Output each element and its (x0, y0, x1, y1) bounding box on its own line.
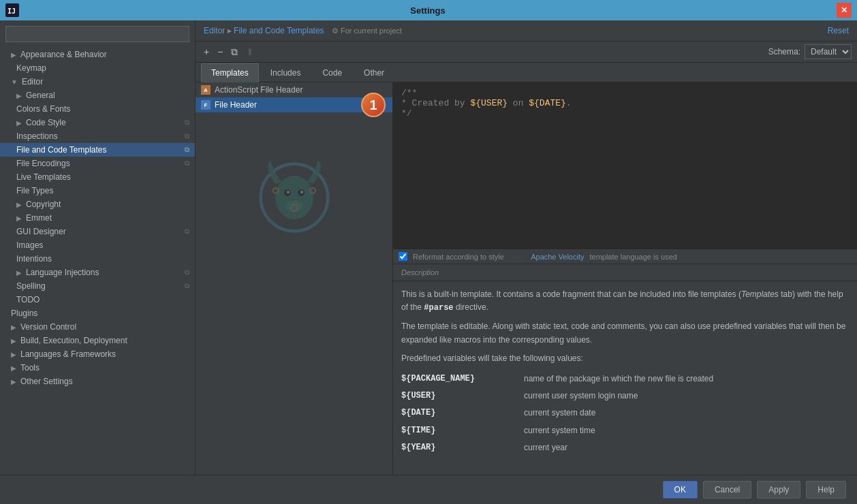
sidebar-item-inspections[interactable]: Inspections ⧉ (0, 129, 195, 143)
main-layout: ▶ Appearance & Behavior Keymap ▼ Editor … (0, 20, 857, 475)
apply-button[interactable]: Apply (757, 481, 800, 499)
sidebar-item-copyright[interactable]: ▶ Copyright (0, 198, 195, 211)
svg-point-9 (291, 204, 298, 211)
sidebar-item-label: Copyright (26, 200, 61, 209)
file-list-wrapper: A ActionScript File Header F File Header… (196, 82, 392, 112)
var-desc: current system date (524, 405, 849, 422)
svg-point-3 (275, 176, 313, 219)
template-lang-link[interactable]: Apache Velocity (531, 253, 584, 261)
content-area: Editor ▸ File and Code Templates ⚙ For c… (196, 20, 857, 475)
split-pane: A ActionScript File Header F File Header… (196, 82, 857, 475)
sidebar-item-label: General (26, 91, 55, 100)
close-button[interactable]: ✕ (837, 3, 852, 18)
sidebar-item-gui-designer[interactable]: GUI Designer ⧉ (0, 225, 195, 238)
table-row: ${DATE} current system date (401, 405, 849, 422)
breadcrumb-file-code-templates[interactable]: File and Code Templates (234, 26, 324, 35)
sidebar-item-language-injections[interactable]: ▶ Language Injections ⧉ (0, 266, 195, 279)
sidebar-item-label: Languages & Frameworks (20, 349, 116, 359)
copy-icon: ⧉ (185, 227, 189, 236)
content-header: Editor ▸ File and Code Templates ⚙ For c… (196, 20, 857, 42)
sidebar-item-label: Inspections (16, 131, 58, 141)
breadcrumb-editor[interactable]: Editor (204, 26, 225, 35)
step-badge: 1 (361, 93, 386, 117)
reformat-checkbox[interactable] (399, 252, 407, 261)
sidebar-item-appearance[interactable]: ▶ Appearance & Behavior (0, 48, 195, 61)
copy-icon: ⧉ (185, 159, 189, 168)
sidebar-item-file-encodings[interactable]: File Encodings ⧉ (0, 157, 195, 170)
svg-point-7 (300, 191, 303, 193)
sidebar-item-keymap[interactable]: Keymap (0, 61, 195, 75)
var-name: ${DATE} (401, 405, 524, 422)
sidebar-item-tools[interactable]: ▶ Tools (0, 361, 195, 375)
tab-templates[interactable]: Templates (201, 63, 259, 82)
file-item-label: File Header (215, 100, 257, 110)
reformat-bar: Reformat according to style ····· Apache… (393, 249, 857, 264)
sidebar-item-file-types[interactable]: File Types (0, 184, 195, 198)
remove-button[interactable]: − (215, 45, 225, 59)
sidebar-item-label: File Encodings (16, 159, 70, 168)
description-area: Description This is a built-in template.… (393, 264, 857, 475)
tab-other[interactable]: Other (354, 63, 394, 82)
code-line-3: */ (401, 108, 849, 119)
code-line-2: * Created by ${USER} on ${DATE}. (401, 98, 849, 108)
sidebar-item-live-templates[interactable]: Live Templates (0, 170, 195, 184)
window-title: Settings (19, 5, 837, 16)
sidebar-item-editor[interactable]: ▼ Editor (0, 75, 195, 89)
breadcrumb: Editor ▸ File and Code Templates ⚙ For c… (204, 26, 402, 35)
sidebar-item-label: Editor (22, 77, 43, 86)
ok-button[interactable]: OK (663, 481, 698, 499)
reset-button[interactable]: Reset (828, 26, 849, 35)
sidebar-item-intentions[interactable]: Intentions (0, 252, 195, 266)
move-button[interactable]: ⬆ (243, 45, 257, 59)
schema-select[interactable]: Default (805, 44, 852, 59)
svg-point-10 (273, 188, 279, 193)
svg-point-8 (286, 201, 302, 212)
watermark-logo (253, 153, 335, 235)
sidebar-item-emmet[interactable]: ▶ Emmet (0, 211, 195, 225)
tab-includes[interactable]: Includes (260, 63, 311, 82)
file-list-item-fileheader[interactable]: F File Header 1 (196, 97, 392, 112)
desc-para-3: Predefined variables will take the follo… (401, 352, 849, 365)
table-row: ${PACKAGE_NAME} name of the package in w… (401, 371, 849, 388)
copy-icon: ⧉ (185, 132, 189, 140)
sidebar-item-code-style[interactable]: ▶ Code Style ⧉ (0, 116, 195, 129)
var-desc: name of the package in which the new fil… (524, 371, 849, 388)
sidebar-item-spelling[interactable]: Spelling ⧉ (0, 279, 195, 293)
code-editor[interactable]: /** * Created by ${USER} on ${DATE}. */ (393, 82, 857, 249)
schema-label: Schema: (768, 47, 800, 57)
table-row: ${TIME} current system time (401, 422, 849, 439)
sidebar-item-build-execution[interactable]: ▶ Build, Execution, Deployment (0, 334, 195, 347)
add-button[interactable]: + (201, 45, 212, 59)
svg-point-12 (262, 165, 327, 230)
sidebar-item-languages-frameworks[interactable]: ▶ Languages & Frameworks (0, 347, 195, 361)
sidebar-item-file-code-templates[interactable]: File and Code Templates ⧉ (0, 143, 195, 157)
description-header: Description (393, 264, 857, 281)
sidebar-item-todo[interactable]: TODO (0, 293, 195, 306)
var-desc: current user system login name (524, 388, 849, 405)
tab-code[interactable]: Code (312, 63, 352, 82)
bottom-buttons: OK Cancel Apply Help (0, 475, 857, 504)
copy-button[interactable]: ⧉ (228, 45, 240, 59)
sidebar-item-colors-fonts[interactable]: Colors & Fonts (0, 102, 195, 116)
var-desc: current system time (524, 422, 849, 439)
search-input[interactable] (5, 26, 189, 42)
copy-icon: ⧉ (185, 282, 189, 290)
sidebar-item-version-control[interactable]: ▶ Version Control (0, 320, 195, 334)
svg-point-4 (284, 189, 291, 196)
cancel-button[interactable]: Cancel (703, 481, 751, 499)
sidebar-item-other-settings[interactable]: ▶ Other Settings (0, 375, 195, 388)
help-button[interactable]: Help (806, 481, 846, 499)
sidebar-item-general[interactable]: ▶ General (0, 89, 195, 102)
sidebar-item-plugins[interactable]: Plugins (0, 306, 195, 320)
table-row: ${USER} current user system login name (401, 388, 849, 405)
sidebar-item-label: Emmet (26, 213, 52, 223)
schema-area: Schema: Default (768, 44, 852, 59)
svg-point-5 (298, 189, 305, 196)
copy-icon: ⧉ (185, 146, 189, 154)
var-name: ${USER} (401, 388, 524, 405)
sidebar-item-label: File and Code Templates (16, 145, 107, 155)
file-list-item-actionscript[interactable]: A ActionScript File Header (196, 82, 392, 97)
sidebar-item-images[interactable]: Images (0, 238, 195, 252)
copy-icon: ⧉ (185, 268, 189, 277)
sidebar-item-label: Plugins (11, 309, 37, 318)
